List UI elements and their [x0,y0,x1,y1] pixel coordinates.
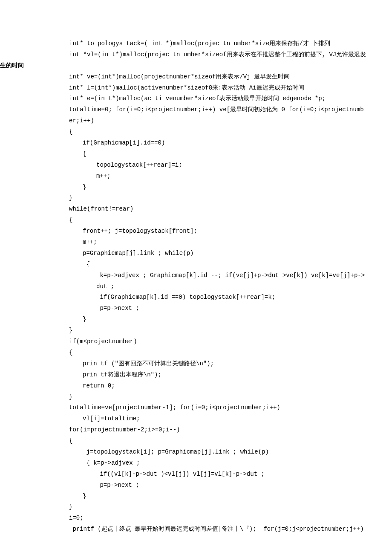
code-line: totaltime=ve[projectnumber-1]; for(i=0;i… [55,402,366,413]
code-line: if(m<projectnumber) [55,336,366,347]
code-line: { [55,215,366,226]
code-line: { [55,436,366,447]
code-line: { [55,149,366,160]
code-line: printf (起点丨终点 最早开始时间最迟完成时间差值|备注丨\『); for… [55,524,366,535]
code-line: } [55,325,366,336]
code-line: int* ve=(int*)malloc(projectnumber*sizeo… [55,72,366,83]
code-line: } [55,193,366,204]
code-line: int *vl=(in t*)malloc(projec tn umber*si… [55,49,366,61]
code-line: i=0; [55,513,366,524]
code-line: if(Graphicmap[i].id==0) [55,138,366,149]
code-line: { [55,127,366,138]
code-line: { [55,259,366,270]
code-line: vl[i]=totaltime; [55,413,366,425]
code-line: } [55,392,366,403]
code-line: int* to pologys tack=( int *)malloc(proj… [55,38,366,49]
code-line: { [55,347,366,358]
code-line: while(front!=rear) [55,204,366,215]
code-line: prin tf ("图有回路不可计算出关键路径\n"); [55,358,366,370]
code-line: p=p->next ; [55,303,366,314]
code-line: p=p->next ; [55,480,366,491]
code-line: if(Graphicmap[k].id ==0) topologystack[+… [55,292,366,303]
code-line: topologystack[++rear]=i; [55,160,366,171]
code-line: if((vl[k]-p->dut )<vl[j]) vl[j]=vl[k]-p-… [55,469,366,480]
code-line: for(i=projectnumber-2;i>=0;i--) [55,425,366,436]
code-line: j=topologystack[i]; p=Graphicmap[j].link… [55,447,366,458]
code-line: } [55,182,366,193]
code-line: front++; j=topologystack[front]; [55,226,366,237]
code-line: m++; [55,237,366,248]
code-line: } [55,491,366,502]
code-line: { k=p->adjvex ; [55,458,366,469]
code-line: 生的时间 [0,61,366,72]
code-line: return 0; [55,381,366,392]
code-line: totaltime=0; for(i=0;i<projectnumber;i++… [55,104,366,127]
code-line: } [55,502,366,513]
code-line: p=Graphicmap[j].link ; while(p) [55,248,366,259]
code-line: prin tf将退出本程序\n"); [55,370,366,381]
code-document: int* to pologys tack=( int *)malloc(proj… [55,38,366,535]
code-line: int* l=(int*)malloc(activenumber*sizeof8… [55,83,366,94]
code-line: int* e=(in t*)malloc(ac ti venumber*size… [55,93,366,104]
code-line: m++; [55,171,366,182]
code-line: k=p->adjvex ; Graphicmap[k].id --; if(ve… [55,270,366,292]
code-line: } [55,314,366,325]
